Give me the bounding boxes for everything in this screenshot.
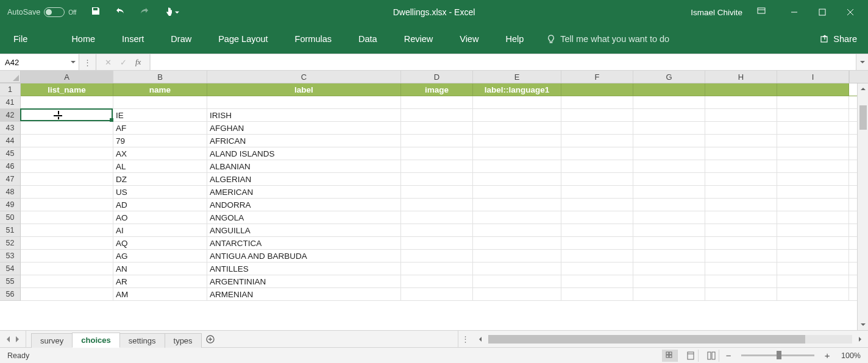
cell[interactable] — [113, 96, 207, 108]
cell[interactable]: AI — [113, 224, 207, 236]
cell[interactable] — [561, 147, 633, 160]
cell[interactable] — [21, 199, 113, 211]
row-head[interactable]: 54 — [0, 263, 21, 275]
cell[interactable] — [777, 135, 849, 147]
sheet-tab-settings[interactable]: settings — [119, 333, 165, 348]
tab-help[interactable]: Help — [492, 24, 537, 54]
cell[interactable]: AQ — [113, 237, 207, 249]
cell[interactable]: AX — [113, 147, 207, 160]
cell[interactable] — [21, 224, 113, 236]
zoom-out-button[interactable]: − — [724, 350, 733, 361]
zoom-slider[interactable] — [741, 354, 814, 356]
row-head[interactable]: 52 — [0, 237, 21, 250]
cell[interactable] — [633, 173, 705, 185]
horizontal-scrollbar[interactable] — [472, 331, 869, 347]
cell[interactable]: AF — [113, 122, 207, 134]
cell[interactable] — [473, 224, 561, 236]
col-head-c[interactable]: C — [207, 71, 401, 83]
zoom-slider-thumb[interactable] — [777, 351, 781, 359]
cell[interactable] — [21, 211, 113, 224]
cell[interactable] — [777, 288, 849, 300]
cell[interactable]: AD — [113, 199, 207, 211]
cell[interactable]: ALGERIAN — [207, 173, 401, 185]
tab-formulas[interactable]: Formulas — [282, 24, 345, 54]
cell[interactable] — [401, 173, 473, 185]
cell[interactable] — [561, 211, 633, 224]
header-cell[interactable]: label::language1 — [473, 83, 561, 96]
cell[interactable]: 79 — [113, 135, 207, 147]
cell[interactable] — [561, 173, 633, 185]
cell[interactable]: AR — [113, 275, 207, 287]
cell[interactable]: IRISH — [207, 109, 401, 121]
col-head-i[interactable]: I — [777, 71, 849, 83]
col-head-h[interactable]: H — [705, 71, 777, 83]
cell[interactable] — [473, 288, 561, 300]
cell[interactable]: AG — [113, 250, 207, 262]
row-head[interactable]: 1 — [0, 83, 21, 96]
cell[interactable] — [21, 96, 113, 108]
tab-home[interactable]: Home — [58, 24, 108, 54]
cell[interactable] — [633, 275, 705, 287]
cell[interactable] — [561, 96, 633, 108]
header-cell[interactable] — [705, 83, 777, 96]
cell[interactable]: AMERICAN — [207, 186, 401, 198]
cell[interactable] — [473, 211, 561, 224]
cell[interactable] — [561, 135, 633, 147]
cell[interactable] — [561, 122, 633, 134]
header-cell[interactable] — [633, 83, 705, 96]
cell[interactable]: DZ — [113, 173, 207, 185]
save-icon[interactable] — [91, 6, 101, 18]
cell[interactable] — [561, 199, 633, 211]
row-head[interactable]: 46 — [0, 160, 21, 173]
cell[interactable] — [473, 109, 561, 121]
cell[interactable] — [401, 186, 473, 198]
cell[interactable] — [705, 275, 777, 287]
cell[interactable]: ANTARCTICA — [207, 237, 401, 249]
cell[interactable] — [705, 199, 777, 211]
cell[interactable] — [633, 224, 705, 236]
maximize-button[interactable] — [808, 0, 836, 24]
cell[interactable] — [561, 224, 633, 236]
cell[interactable] — [561, 263, 633, 275]
cell[interactable] — [777, 122, 849, 134]
cell[interactable] — [777, 199, 849, 211]
cell[interactable]: ARGENTINIAN — [207, 275, 401, 287]
row-head[interactable]: 44 — [0, 135, 21, 147]
cell[interactable] — [473, 237, 561, 249]
cell[interactable] — [473, 199, 561, 211]
cell[interactable] — [561, 160, 633, 172]
new-sheet-button[interactable] — [201, 331, 219, 347]
cell[interactable] — [705, 237, 777, 249]
cell[interactable] — [401, 288, 473, 300]
cell[interactable] — [633, 147, 705, 160]
cell[interactable]: ANTILLES — [207, 263, 401, 275]
cell[interactable]: AFGHAN — [207, 122, 401, 134]
cell[interactable] — [21, 122, 113, 134]
cell[interactable] — [633, 122, 705, 134]
cell[interactable]: ANGOLA — [207, 211, 401, 224]
cell[interactable] — [401, 275, 473, 287]
tab-insert[interactable]: Insert — [108, 24, 157, 54]
header-cell[interactable] — [777, 83, 849, 96]
cell[interactable] — [473, 135, 561, 147]
name-box-dropdown-icon[interactable] — [68, 60, 79, 65]
cell[interactable] — [777, 96, 849, 108]
cells-container[interactable]: list_namenamelabelimagelabel::language1I… — [21, 83, 857, 330]
cell[interactable] — [705, 288, 777, 300]
cell[interactable] — [401, 109, 473, 121]
tab-separator[interactable]: ⋮ — [458, 331, 472, 347]
cell[interactable] — [473, 122, 561, 134]
cell[interactable] — [633, 109, 705, 121]
tab-nav[interactable] — [0, 331, 26, 347]
cell[interactable] — [777, 160, 849, 172]
cell[interactable] — [561, 186, 633, 198]
col-head-a[interactable]: A — [21, 71, 113, 83]
tab-view[interactable]: View — [446, 24, 492, 54]
fx-icon[interactable]: fx — [135, 57, 141, 67]
cell[interactable]: ANGUILLA — [207, 224, 401, 236]
cell[interactable] — [777, 186, 849, 198]
cell[interactable] — [401, 160, 473, 172]
cell[interactable] — [633, 250, 705, 262]
cell[interactable]: AFRICAN — [207, 135, 401, 147]
cell[interactable] — [21, 147, 113, 160]
